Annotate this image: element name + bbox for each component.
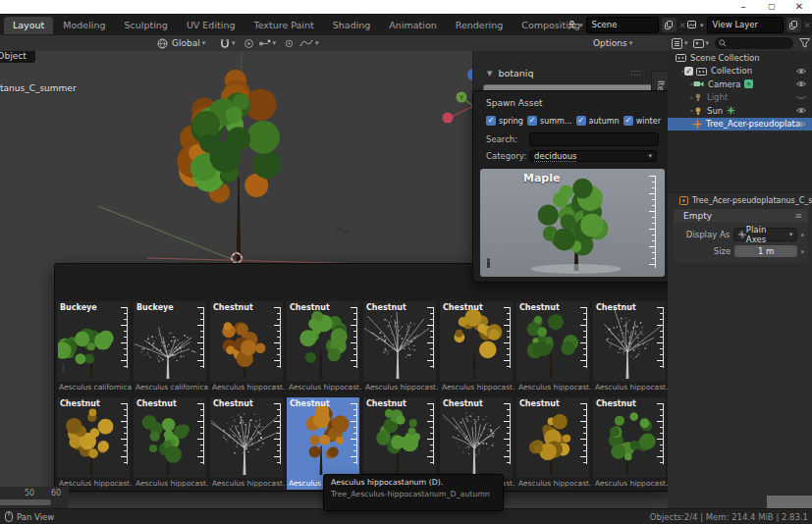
display-mode-chevron[interactable]: ▾: [684, 39, 688, 47]
snap-magnet-icon[interactable]: [220, 38, 230, 49]
asset-tile-chestnut-8[interactable]: ChestnutAesculus hippocast...: [593, 301, 668, 393]
workspace-tab-layout[interactable]: Layout: [4, 17, 53, 34]
checkbox-label: summ...: [540, 117, 571, 126]
snap-settings-chevron[interactable]: ▾: [232, 39, 236, 47]
filter-id-chevron[interactable]: ▾: [706, 39, 710, 47]
workspace-tab-animation[interactable]: Animation: [380, 17, 445, 34]
eye-open-icon[interactable]: [795, 79, 807, 88]
asset-tile-chestnut-7[interactable]: ChestnutAesculus hippocast...: [516, 301, 591, 393]
season-checkbox-summ[interactable]: ✓summ...: [527, 116, 571, 126]
scene-copy-button[interactable]: [661, 17, 677, 33]
pivot-point-icon[interactable]: [284, 38, 295, 49]
panel-grip-icon[interactable]: ::::: [630, 69, 641, 78]
workspace-tab-modeling[interactable]: Modeling: [54, 17, 114, 34]
season-checkbox-spring[interactable]: ✓spring: [486, 116, 523, 126]
animate-dot[interactable]: [801, 250, 804, 253]
asset-tile-buckeye-2[interactable]: BuckeyeAesculus californica...: [134, 301, 208, 393]
category-chevron: ▾: [648, 152, 652, 160]
empty-panel-header[interactable]: Empty ≡: [674, 209, 808, 223]
asset-tile-chestnut-16[interactable]: ChestnutAesculus hippocast...: [593, 397, 668, 490]
tooltip-identifier: Tree_Aesculus-hippocastanum_D_autumn: [331, 490, 496, 498]
eye-closed-icon[interactable]: [795, 93, 807, 102]
asset-tile-chestnut-9[interactable]: ChestnutAesculus hippocast...: [57, 397, 132, 490]
scene-tree-object[interactable]: [155, 55, 322, 263]
bird-silhouette: [336, 229, 349, 233]
workspace-tab-texture-paint[interactable]: Texture Paint: [244, 17, 322, 34]
view-layer-browse-chevron[interactable]: ▾: [700, 22, 704, 29]
animate-dot[interactable]: [801, 234, 804, 236]
filter-funnel-icon[interactable]: [799, 38, 810, 48]
asset-species-label: Aesculus hippocast...: [593, 478, 668, 490]
outliner-item-camera[interactable]: •Camera: [668, 78, 812, 91]
asset-tile-chestnut-6[interactable]: ChestnutAesculus hippocast...: [440, 301, 514, 393]
spawn-search-input[interactable]: [529, 132, 659, 146]
outliner-item-sun[interactable]: •Sun: [668, 104, 812, 118]
viewport-header: Global ▾ ▾ ▾ ▾ Options▾: [0, 35, 668, 52]
asset-name-label: Chestnut: [443, 303, 483, 312]
falloff-chevron[interactable]: ▾: [315, 39, 319, 47]
asset-tile-chestnut-15[interactable]: ChestnutAesculus hippocast...: [516, 397, 591, 490]
asset-selector-popup: BuckeyeAesculus californica...BuckeyeAes…: [54, 263, 673, 492]
maximize-button[interactable]: ▢: [761, 0, 783, 14]
eye-open-icon[interactable]: [795, 67, 807, 76]
asset-preview-image[interactable]: Maple: [480, 169, 665, 277]
eye-open-icon[interactable]: [795, 106, 807, 115]
scale-ruler: [656, 403, 664, 464]
panel-collapse-arrow[interactable]: ▼: [487, 70, 492, 78]
asset-name-label: Chestnut: [213, 399, 253, 408]
workspace-tab-sculpting[interactable]: Sculpting: [116, 17, 177, 34]
falloff-curve-icon[interactable]: [299, 38, 313, 48]
outliner-item-label: Light: [707, 92, 728, 102]
proportional-edit-icon[interactable]: [258, 39, 271, 48]
outliner-item-light[interactable]: •Light: [668, 91, 812, 105]
eye-open-icon[interactable]: [795, 120, 807, 129]
asset-tile-chestnut-5[interactable]: ChestnutAesculus hippocast...: [363, 301, 438, 393]
panel-corner-scrollbar[interactable]: [767, 496, 812, 508]
asset-thumbnail: Chestnut: [134, 397, 206, 478]
asset-name-label: Chestnut: [596, 399, 636, 408]
workspace-tab-rendering[interactable]: Rendering: [447, 17, 513, 34]
botaniq-panel-title[interactable]: botaniq: [498, 68, 533, 79]
minimize-button[interactable]: –: [732, 0, 754, 14]
scale-ruler: [503, 403, 511, 464]
scene-name-field[interactable]: Scene: [586, 17, 659, 33]
season-checkbox-winter[interactable]: ✓winter: [623, 116, 661, 126]
outliner-item-tree-acer-pseudoplatanus-c-[interactable]: •Tree_Acer-pseudoplatanus_C_: [668, 118, 812, 131]
checkbox-icon: ✓: [576, 116, 586, 126]
outliner-search-input[interactable]: [715, 37, 793, 49]
asset-tile-chestnut-11[interactable]: ChestnutAesculus hippocast...: [210, 397, 285, 490]
asset-tile-chestnut-10[interactable]: ChestnutAesculus hippocast...: [134, 397, 208, 490]
options-dropdown[interactable]: Options▾: [593, 36, 632, 50]
view-layer-copy-button[interactable]: [785, 17, 802, 33]
timeline-scrollbar[interactable]: [0, 499, 51, 505]
collection-checkbox[interactable]: ✓: [684, 67, 693, 76]
view-layer-name-field[interactable]: View Layer: [707, 17, 784, 33]
scale-ruler: [120, 403, 128, 464]
outliner-item-collection[interactable]: •✓Collection: [668, 65, 812, 79]
outliner-filter-id-icon[interactable]: [693, 38, 704, 49]
scale-ruler: [426, 307, 434, 368]
asset-tile-chestnut-3[interactable]: ChestnutAesculus hippocast...: [210, 301, 285, 393]
asset-tile-buckeye-1[interactable]: BuckeyeAesculus californica...: [57, 301, 132, 393]
category-dropdown[interactable]: deciduous ▾: [529, 150, 657, 162]
workspace-tab-uv-editing[interactable]: UV Editing: [178, 17, 244, 34]
asset-thumbnail: Chestnut: [593, 397, 666, 478]
outliner-display-mode-icon[interactable]: [672, 38, 682, 49]
season-checkbox-autumn[interactable]: ✓autumn: [576, 116, 620, 126]
display-as-dropdown[interactable]: Plain Axes ▾: [733, 228, 797, 241]
transform-orientation-dropdown[interactable]: Global ▾: [157, 36, 205, 50]
proportional-chevron[interactable]: ▾: [273, 39, 277, 47]
scene-browse-chevron[interactable]: ▾: [579, 22, 583, 29]
workspace-tab-shading[interactable]: Shading: [324, 17, 380, 34]
scene-unlink-button[interactable]: ✕: [679, 21, 687, 30]
close-button[interactable]: ✕: [788, 0, 810, 14]
checkbox-icon: ✓: [623, 116, 633, 126]
view-layer-remove-button[interactable]: ✕: [804, 21, 812, 30]
size-field[interactable]: 1 m: [734, 245, 797, 257]
asset-tile-chestnut-4[interactable]: ChestnutAesculus hippocast...: [287, 301, 361, 393]
outliner-item-scene-collection[interactable]: Scene Collection: [668, 51, 812, 65]
panel-menu-icon[interactable]: ≡: [794, 209, 802, 223]
snap-target-icon[interactable]: [244, 38, 254, 49]
asset-name-label: Chestnut: [290, 399, 330, 408]
empty-icon: [693, 120, 702, 129]
